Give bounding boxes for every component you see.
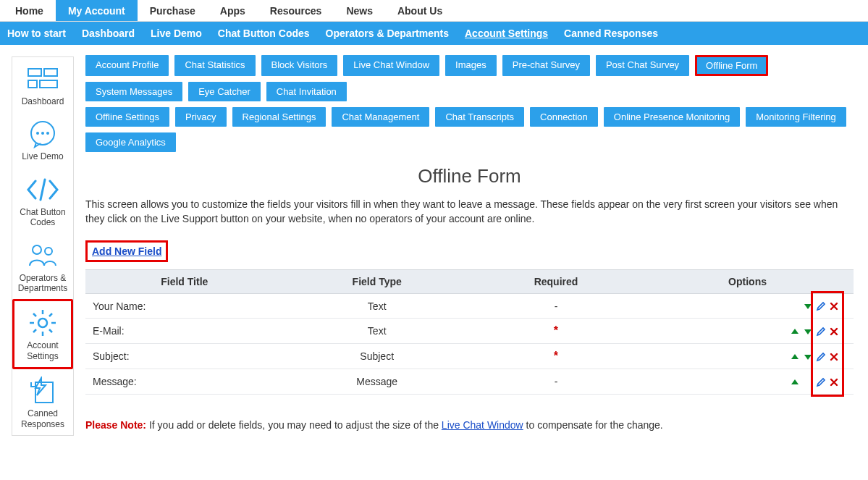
move-down-icon[interactable]	[802, 351, 814, 363]
delete-icon[interactable]	[828, 326, 840, 337]
cell-required: *	[471, 319, 641, 344]
sidebar-item-account-settings[interactable]: Account Settings	[12, 299, 73, 369]
table-row: Message:Message-	[85, 369, 854, 394]
tab-eye-catcher[interactable]: Eye Catcher	[188, 82, 261, 101]
tab-offline-form[interactable]: Offline Form	[695, 55, 768, 76]
tab-offline-settings[interactable]: Offline Settings	[85, 107, 169, 127]
settings-tabs-row-2: Offline SettingsPrivacyRegional Settings…	[85, 107, 854, 152]
note-suffix: to compensate for the change.	[523, 419, 663, 431]
cell-field-type: Text	[284, 294, 471, 319]
move-down-icon[interactable]	[802, 300, 814, 312]
subnav-item-live-demo[interactable]: Live Demo	[151, 28, 202, 39]
sidebar-item-live-demo[interactable]: Live Demo	[12, 112, 73, 167]
sidebar: Dashboard Live Demo Chat Button Codes Op…	[12, 56, 74, 436]
tab-live-chat-window[interactable]: Live Chat Window	[343, 55, 439, 76]
tab-chat-transcripts[interactable]: Chat Transcripts	[435, 107, 524, 127]
tab-post-chat-survey[interactable]: Post Chat Survey	[596, 55, 689, 76]
subnav-item-chat-button-codes[interactable]: Chat Button Codes	[218, 28, 310, 39]
edit-icon[interactable]	[815, 376, 827, 388]
sub-nav: How to startDashboardLive DemoChat Butto…	[0, 22, 868, 45]
topnav-item-purchase[interactable]: Purchase	[138, 0, 208, 21]
tab-regional-settings[interactable]: Regional Settings	[232, 107, 326, 127]
move-up-icon[interactable]	[789, 326, 801, 337]
topnav-item-about-us[interactable]: About Us	[385, 0, 455, 21]
tab-monitoring-filtering[interactable]: Monitoring Filtering	[746, 107, 846, 127]
delete-icon[interactable]	[828, 376, 840, 388]
svg-point-10	[38, 319, 47, 327]
col-options: Options	[641, 270, 854, 294]
table-row: Subject:Subject*	[85, 344, 854, 369]
subnav-item-account-settings[interactable]: Account Settings	[465, 28, 548, 39]
sidebar-item-label: Chat Button Codes	[15, 207, 70, 228]
note-prefix: If you add or delete fields, you may nee…	[146, 419, 442, 431]
tab-chat-statistics[interactable]: Chat Statistics	[174, 55, 255, 76]
subnav-item-canned-responses[interactable]: Canned Responses	[564, 28, 658, 39]
table-row: E-Mail:Text*	[85, 319, 854, 344]
sidebar-item-chat-button-codes[interactable]: Chat Button Codes	[12, 168, 73, 234]
svg-point-5	[36, 132, 39, 135]
sidebar-item-operators-departments[interactable]: Operators & Departments	[12, 234, 73, 300]
tab-connection[interactable]: Connection	[530, 107, 598, 127]
required-star-icon: *	[554, 324, 558, 337]
page-intro: This screen allows you to customize the …	[85, 198, 854, 226]
svg-rect-0	[28, 69, 41, 76]
tab-system-messages[interactable]: System Messages	[85, 82, 182, 101]
topnav-item-apps[interactable]: Apps	[208, 0, 258, 21]
edit-icon[interactable]	[815, 351, 827, 363]
subnav-item-operators-departments[interactable]: Operators & Departments	[326, 28, 449, 39]
required-star-icon: *	[554, 350, 558, 362]
topnav-item-home[interactable]: Home	[3, 0, 56, 21]
move-up-icon[interactable]	[789, 351, 801, 363]
sidebar-item-label: Dashboard	[22, 96, 64, 106]
topnav-item-my-account[interactable]: My Account	[56, 0, 138, 21]
svg-line-15	[33, 313, 36, 316]
subnav-item-dashboard[interactable]: Dashboard	[82, 28, 135, 39]
svg-point-8	[33, 245, 41, 254]
svg-line-17	[33, 329, 36, 332]
tab-images[interactable]: Images	[445, 55, 497, 76]
table-row: Your Name:Text-	[85, 294, 854, 319]
sidebar-item-canned-responses[interactable]: Canned Responses	[12, 369, 73, 435]
tab-block-visitors[interactable]: Block Visitors	[261, 55, 338, 76]
delete-icon[interactable]	[828, 300, 840, 312]
svg-point-9	[45, 248, 52, 255]
cell-field-type: Subject	[284, 344, 471, 369]
topnav-item-resources[interactable]: Resources	[258, 0, 334, 21]
col-required: Required	[471, 270, 641, 294]
tab-google-analytics[interactable]: Google Analytics	[85, 132, 176, 152]
edit-icon[interactable]	[815, 326, 827, 337]
live-chat-window-link[interactable]: Live Chat Window	[442, 419, 523, 431]
move-up-icon[interactable]	[789, 376, 801, 388]
move-down-icon[interactable]	[802, 326, 814, 337]
add-new-field-link[interactable]: Add New Field	[85, 240, 168, 262]
tab-pre-chat-survey[interactable]: Pre-chat Survey	[502, 55, 590, 76]
users-icon	[25, 241, 60, 270]
cell-options	[641, 319, 854, 344]
cell-required: *	[471, 344, 641, 369]
svg-point-7	[46, 132, 49, 135]
tab-chat-management[interactable]: Chat Management	[332, 107, 429, 127]
sidebar-item-label: Canned Responses	[15, 408, 70, 429]
page-lightning-icon	[25, 376, 60, 405]
tab-privacy[interactable]: Privacy	[175, 107, 227, 127]
edit-icon[interactable]	[815, 300, 827, 312]
delete-icon[interactable]	[828, 351, 840, 363]
subnav-item-how-to-start[interactable]: How to start	[7, 28, 66, 39]
code-icon	[25, 175, 60, 204]
tab-online-presence-monitoring[interactable]: Online Presence Monitoring	[604, 107, 740, 127]
tab-chat-invitation[interactable]: Chat Invitation	[266, 82, 347, 101]
cell-field-title: Message:	[85, 369, 284, 394]
col-field-type: Field Type	[284, 270, 471, 294]
topnav-item-news[interactable]: News	[334, 0, 385, 21]
cell-field-type: Text	[284, 319, 471, 344]
svg-rect-2	[28, 80, 37, 88]
cell-required: -	[471, 369, 641, 394]
chat-bubble-icon	[25, 119, 60, 148]
tab-account-profile[interactable]: Account Profile	[85, 55, 169, 76]
svg-rect-3	[40, 80, 57, 88]
content: Account ProfileChat StatisticsBlock Visi…	[81, 45, 868, 452]
spacer	[789, 300, 801, 312]
sidebar-item-dashboard[interactable]: Dashboard	[12, 57, 73, 112]
please-note: Please Note: If you add or delete fields…	[85, 419, 854, 431]
col-field-title: Field Title	[85, 270, 284, 294]
